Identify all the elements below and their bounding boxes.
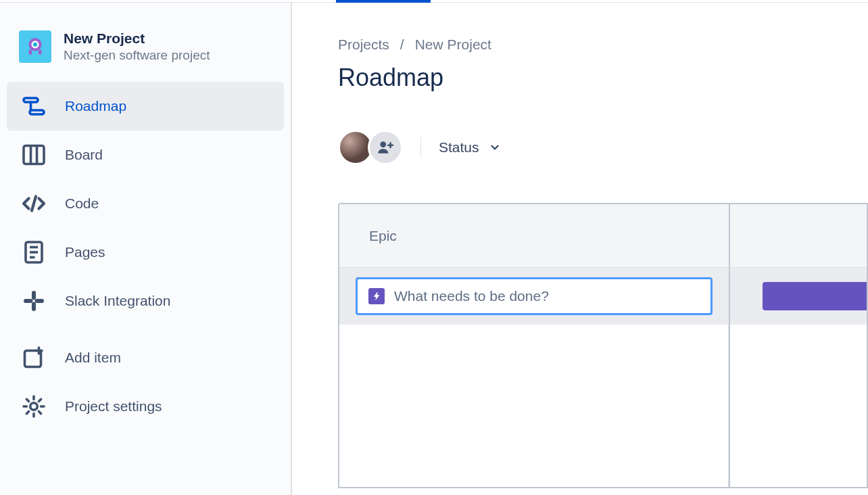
sidebar-item-label: Project settings	[65, 398, 162, 415]
sidebar-item-code[interactable]: Code	[7, 179, 284, 228]
epic-column-header: Epic	[339, 204, 729, 268]
sidebar-item-add-item[interactable]: Add item	[7, 333, 284, 382]
add-item-icon	[22, 346, 46, 370]
epic-column-body	[339, 325, 729, 487]
timeline-column	[730, 204, 867, 487]
slack-icon	[22, 289, 46, 313]
project-avatar	[19, 30, 51, 63]
svg-point-4	[39, 49, 42, 55]
app-top-border	[0, 0, 868, 3]
epic-title-input[interactable]	[394, 288, 700, 304]
main-content: Projects / New Project Roadmap Stat	[292, 3, 868, 495]
epic-input-container[interactable]	[356, 277, 713, 315]
epic-column: Epic	[339, 204, 730, 487]
sidebar: New Project Next-gen software project Ro…	[0, 3, 292, 495]
page-title: Roadmap	[338, 64, 868, 92]
active-tab-indicator	[336, 0, 431, 3]
epic-type-icon	[368, 288, 385, 304]
sidebar-item-label: Pages	[65, 244, 105, 260]
svg-point-24	[380, 141, 386, 147]
gear-icon	[22, 394, 46, 419]
board-icon	[22, 143, 46, 167]
svg-rect-16	[32, 291, 36, 300]
svg-rect-17	[24, 299, 33, 303]
breadcrumb-projects[interactable]: Projects	[338, 37, 389, 53]
sidebar-item-label: Code	[65, 195, 99, 212]
sidebar-item-label: Board	[65, 147, 103, 163]
svg-point-3	[29, 49, 32, 55]
sidebar-item-label: Add item	[65, 350, 121, 366]
breadcrumb: Projects / New Project	[338, 37, 868, 53]
sidebar-item-project-settings[interactable]: Project settings	[7, 382, 284, 431]
epic-timeline-bar[interactable]	[763, 282, 867, 310]
timeline-row	[730, 268, 867, 325]
code-icon	[22, 191, 46, 216]
project-title: New Project	[64, 30, 210, 47]
breadcrumb-current[interactable]: New Project	[415, 37, 491, 53]
toolbar: Status	[338, 130, 868, 165]
chevron-down-icon	[489, 141, 501, 154]
sidebar-nav: Roadmap Board	[7, 82, 284, 431]
timeline-body	[730, 325, 867, 487]
sidebar-item-roadmap[interactable]: Roadmap	[7, 82, 284, 131]
sidebar-item-label: Slack Integration	[65, 293, 170, 309]
svg-rect-18	[32, 302, 36, 312]
svg-rect-6	[30, 110, 44, 114]
project-header: New Project Next-gen software project	[7, 30, 284, 82]
timeline-header	[730, 204, 867, 268]
status-label: Status	[439, 139, 479, 156]
avatar-stack	[338, 130, 403, 165]
sidebar-item-pages[interactable]: Pages	[7, 228, 284, 277]
status-dropdown[interactable]: Status	[439, 139, 501, 156]
pages-icon	[22, 240, 46, 264]
svg-line-11	[32, 197, 36, 211]
sidebar-item-board[interactable]: Board	[7, 131, 284, 179]
sidebar-item-label: Roadmap	[65, 98, 126, 114]
toolbar-divider	[420, 137, 421, 158]
roadmap-icon	[22, 94, 46, 118]
epic-create-row	[339, 268, 729, 325]
add-people-button[interactable]	[368, 130, 403, 165]
svg-rect-19	[35, 299, 45, 303]
project-subtitle: Next-gen software project	[64, 48, 210, 63]
roadmap-panel: Epic	[338, 203, 868, 488]
svg-point-23	[30, 403, 38, 410]
svg-point-2	[33, 42, 37, 46]
sidebar-item-slack[interactable]: Slack Integration	[7, 277, 284, 325]
svg-rect-8	[24, 146, 44, 164]
breadcrumb-separator: /	[400, 37, 404, 53]
